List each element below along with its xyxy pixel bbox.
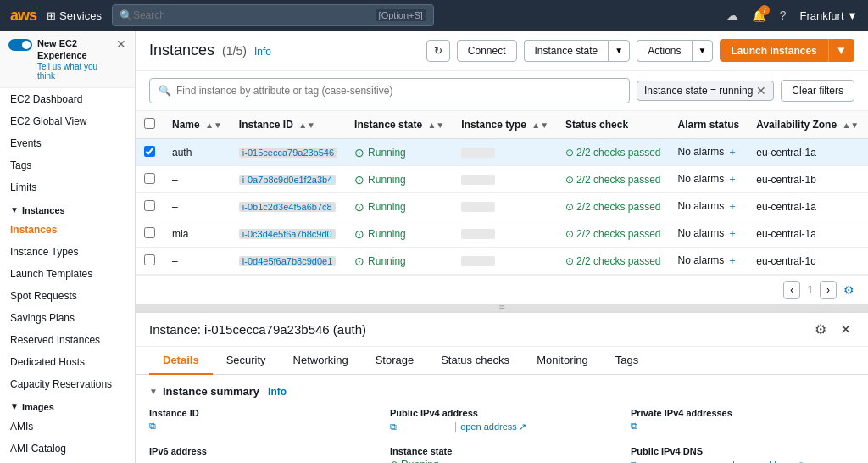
sidebar-item-reserved-instances[interactable]: Reserved Instances (0, 329, 135, 351)
sidebar-item-capacity-reservations[interactable]: Capacity Reservations (0, 373, 135, 395)
cell-checkbox[interactable] (136, 248, 164, 275)
table-settings-icon[interactable]: ⚙ (843, 283, 854, 297)
select-all-checkbox[interactable] (144, 118, 155, 129)
tab-security[interactable]: Security (213, 347, 280, 375)
tab-monitoring[interactable]: Monitoring (523, 347, 602, 375)
bell-container[interactable]: 🔔 7 (752, 8, 766, 22)
table-row[interactable]: mia i-0c3d4e5f6a7b8c9d0 ⊙ Running ⊙ 2/2 … (136, 220, 868, 248)
services-label[interactable]: Services (59, 9, 102, 22)
instance-state-chevron[interactable]: ▼ (608, 40, 630, 62)
row-checkbox[interactable] (144, 227, 155, 238)
actions-chevron[interactable]: ▼ (692, 40, 714, 62)
filter-close-icon[interactable]: ✕ (756, 85, 766, 97)
add-alarm-icon[interactable]: ＋ (727, 146, 737, 158)
col-status-check[interactable]: Status check (557, 111, 669, 139)
sidebar-item-instances[interactable]: Instances (0, 219, 135, 241)
banner-close-icon[interactable]: ✕ (116, 37, 126, 51)
tab-storage[interactable]: Storage (362, 347, 428, 375)
actions-button[interactable]: Actions (637, 40, 691, 62)
sidebar-section-ebs[interactable]: ▼ Elastic Block Store (0, 460, 135, 463)
col-instance-id[interactable]: Instance ID ▲▼ (231, 111, 346, 139)
tab-details[interactable]: Details (149, 347, 213, 375)
summary-info-link[interactable]: Info (268, 386, 287, 398)
sidebar-item-ec2-global-view[interactable]: EC2 Global View (0, 110, 135, 132)
navbar: aws ⊞ Services 🔍 [Option+S] ☁ 🔔 7 ? Fran… (0, 0, 868, 31)
cell-checkbox[interactable] (136, 220, 164, 248)
copy-icon[interactable]: ⧉ (631, 460, 637, 464)
col-select-all[interactable] (136, 111, 164, 139)
open-address-dns-link[interactable]: | open address ↗ (732, 460, 804, 464)
services-menu[interactable]: ⊞ Services (47, 9, 102, 22)
detail-close-icon[interactable]: ✕ (837, 320, 854, 339)
global-search[interactable]: 🔍 [Option+S] (112, 4, 434, 26)
add-alarm-icon[interactable]: ＋ (727, 173, 737, 185)
cell-state: ⊙ Running (346, 248, 453, 275)
sidebar-item-ami-catalog[interactable]: AMI Catalog (0, 438, 135, 460)
info-link[interactable]: Info (254, 46, 271, 58)
tab-tags[interactable]: Tags (602, 347, 652, 375)
sidebar-section-images[interactable]: ▼ Images (0, 395, 135, 416)
detail-panel-actions: ⚙ ✕ (811, 320, 854, 339)
col-instance-type[interactable]: Instance type ▲▼ (453, 111, 557, 139)
detail-settings-icon[interactable]: ⚙ (811, 320, 830, 339)
table-row[interactable]: auth i-015cecca79a23b546 ⊙ Running ⊙ 2/2… (136, 139, 868, 166)
row-checkbox[interactable] (144, 146, 155, 157)
next-page-button[interactable]: › (820, 281, 837, 299)
search-input[interactable] (133, 9, 376, 21)
sidebar-section-instances[interactable]: ▼ Instances (0, 198, 135, 219)
clear-filters-button[interactable]: Clear filters (781, 80, 854, 102)
table-row[interactable]: – i-0b1c2d3e4f5a6b7c8 ⊙ Running ⊙ 2/2 ch… (136, 193, 868, 220)
field-value: ⧉ | open address ↗ (631, 459, 854, 463)
open-address-link[interactable]: open address ↗ (460, 421, 526, 432)
sidebar-item-launch-templates[interactable]: Launch Templates (0, 263, 135, 285)
instance-summary-grid: Instance ID ⧉ Public IPv4 address ⧉ | (149, 408, 854, 463)
refresh-button[interactable]: ↻ (426, 40, 450, 62)
sidebar-item-events[interactable]: Events (0, 132, 135, 154)
help-icon[interactable]: ? (780, 8, 787, 22)
banner-link[interactable]: Tell us what you think (37, 62, 111, 81)
tab-status-checks[interactable]: Status checks (427, 347, 523, 375)
launch-instances-button[interactable]: Launch instances (720, 39, 827, 62)
table-row[interactable]: – i-0d4e5f6a7b8c9d0e1 ⊙ Running ⊙ 2/2 ch… (136, 248, 868, 275)
aws-logo: aws (10, 7, 36, 25)
sidebar-item-spot-requests[interactable]: Spot Requests (0, 285, 135, 307)
add-alarm-icon[interactable]: ＋ (727, 227, 737, 239)
col-name[interactable]: Name ▲▼ (164, 111, 231, 139)
connect-button[interactable]: Connect (457, 40, 517, 62)
search-box[interactable]: 🔍 (149, 78, 630, 103)
copy-icon[interactable]: ⧉ (631, 421, 637, 432)
launch-instances-chevron[interactable]: ▼ (828, 39, 854, 62)
row-checkbox[interactable] (144, 173, 155, 184)
cell-checkbox[interactable] (136, 193, 164, 220)
col-az[interactable]: Availability Zone ▲▼ (748, 111, 867, 139)
tab-networking[interactable]: Networking (280, 347, 362, 375)
new-exp-toggle[interactable] (8, 39, 32, 51)
row-checkbox[interactable] (144, 254, 155, 265)
sidebar-item-amis[interactable]: AMIs (0, 416, 135, 438)
cell-checkbox[interactable] (136, 166, 164, 193)
add-alarm-icon[interactable]: ＋ (727, 254, 737, 266)
panel-divider[interactable]: ≡ (136, 304, 868, 311)
search-input[interactable] (176, 85, 620, 97)
chevron-down-icon: ▼ (10, 205, 19, 215)
col-instance-state[interactable]: Instance state ▲▼ (346, 111, 453, 139)
cell-checkbox[interactable] (136, 139, 164, 166)
table-row[interactable]: – i-0a7b8c9d0e1f2a3b4 ⊙ Running ⊙ 2/2 ch… (136, 166, 868, 193)
region-selector[interactable]: Frankfurt ▼ (800, 9, 859, 22)
prev-page-button[interactable]: ‹ (783, 281, 800, 299)
add-alarm-icon[interactable]: ＋ (727, 200, 737, 212)
sidebar-item-savings-plans[interactable]: Savings Plans (0, 307, 135, 329)
col-alarm-status[interactable]: Alarm status (670, 111, 748, 139)
sidebar-item-tags[interactable]: Tags (0, 154, 135, 176)
row-checkbox[interactable] (144, 200, 155, 211)
page-title: Instances (1/5) Info (149, 42, 271, 59)
instance-state-button[interactable]: Instance state (524, 40, 609, 62)
sidebar-item-dedicated-hosts[interactable]: Dedicated Hosts (0, 351, 135, 373)
copy-icon[interactable]: ⧉ (149, 421, 156, 432)
sidebar-item-instance-types[interactable]: Instance Types (0, 241, 135, 263)
sidebar-item-limits[interactable]: Limits (0, 176, 135, 198)
sort-icon: ▲▼ (205, 120, 222, 130)
copy-icon[interactable]: ⧉ (390, 421, 397, 432)
sidebar-item-ec2-dashboard[interactable]: EC2 Dashboard (0, 88, 135, 110)
cloud-icon[interactable]: ☁ (726, 8, 738, 22)
